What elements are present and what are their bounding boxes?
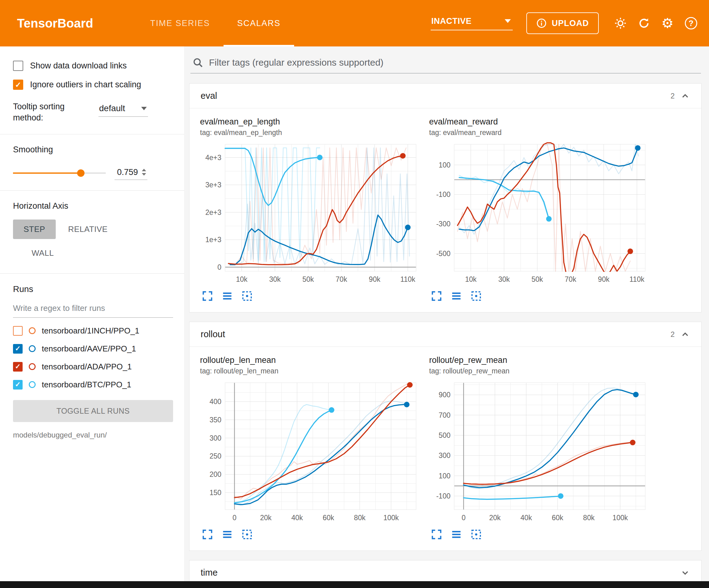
chevron-up-icon[interactable] [680,329,690,339]
run-color-circle [29,327,35,334]
svg-text:3e+3: 3e+3 [205,181,221,189]
svg-text:500: 500 [439,431,450,439]
tensorboard-app: TensorBoard TIME SERIES SCALARS INACTIVE… [0,0,709,588]
brightness-icon[interactable] [611,17,630,29]
tab-scalars[interactable]: SCALARS [224,0,294,47]
expand-chart-icon[interactable] [431,290,442,302]
run-checkbox[interactable] [13,344,23,354]
axis-step-button[interactable]: STEP [13,220,56,239]
svg-text:20k: 20k [489,514,501,522]
svg-text:60k: 60k [552,514,563,522]
svg-text:100k: 100k [612,514,628,522]
smoothing-label: Smoothing [13,145,173,154]
expand-chart-icon[interactable] [202,290,213,302]
runs-heading: Runs [13,284,173,294]
axis-wall-button[interactable]: WALL [22,244,63,263]
line-chart-rollout-ep-len-mean[interactable]: 020k40k60k80k100k150200250300350400 [199,378,422,524]
svg-text:0: 0 [462,514,466,522]
fit-domain-icon[interactable] [241,290,253,302]
run-label: tensorboard/1INCH/PPO_1 [42,326,139,336]
section-card-rollout: rollout 2 rollout/ep_len_mean tag: rollo… [189,322,702,551]
svg-text:700: 700 [439,411,450,419]
line-chart-eval-mean-reward[interactable]: 10k30k50k70k90k110k100-100-300-500 [428,140,651,285]
show-data-download-links-checkbox[interactable] [13,61,23,71]
svg-text:30k: 30k [498,275,510,283]
line-chart-eval-mean-ep-length[interactable]: 10k30k50k70k90k110k01e+32e+33e+34e+3 [199,140,422,285]
svg-text:80k: 80k [583,514,595,522]
svg-text:200: 200 [210,470,221,478]
ignore-outliers-checkbox[interactable] [13,80,23,90]
svg-text:300: 300 [210,434,221,442]
search-icon [192,57,203,68]
tooltip-sorting-dropdown[interactable]: default [99,102,148,117]
ignore-outliers-label: Ignore outliers in chart scaling [30,80,141,90]
run-checkbox[interactable] [13,380,23,389]
data-table-icon[interactable] [451,290,462,302]
section-header-eval[interactable]: eval 2 [189,84,701,108]
run-row-ada: tensorboard/ADA/PPO_1 [13,362,173,372]
svg-text:10k: 10k [465,275,477,283]
svg-text:40k: 40k [291,514,303,522]
data-table-icon[interactable] [222,529,233,540]
run-checkbox[interactable] [13,326,23,336]
help-icon[interactable]: ? [682,17,700,29]
fit-domain-icon[interactable] [471,290,482,302]
number-stepper[interactable] [142,169,146,176]
main-tabs: TIME SERIES SCALARS [136,0,294,47]
line-chart-rollout-ep-rew-mean[interactable]: 020k40k60k80k100k-100100300500700900 [428,378,651,524]
svg-text:50k: 50k [303,275,314,283]
svg-text:2e+3: 2e+3 [205,208,221,216]
expand-chart-icon[interactable] [202,529,213,540]
run-filter-input[interactable] [13,301,173,318]
data-table-icon[interactable] [222,290,233,302]
fit-domain-icon[interactable] [471,529,482,540]
run-checkbox[interactable] [13,362,23,372]
status-dropdown[interactable]: INACTIVE [431,17,513,30]
chevron-up-icon[interactable] [680,91,690,101]
svg-text:100k: 100k [383,514,399,522]
smoothing-slider[interactable] [13,173,106,174]
svg-text:4e+3: 4e+3 [205,154,221,162]
axis-relative-button[interactable]: RELATIVE [59,220,117,239]
chart-title: eval/mean_ep_length [200,117,423,127]
app-header: TensorBoard TIME SERIES SCALARS INACTIVE… [0,0,709,47]
tooltip-sorting-label: Tooltip sorting method: [13,101,90,124]
section-header-time[interactable]: time [189,560,701,581]
chart-tag: tag: eval/mean_reward [429,128,652,137]
slider-handle[interactable] [77,169,84,177]
run-row-btc: tensorboard/BTC/PPO_1 [13,380,173,389]
chart-card-eval-mean-reward: eval/mean_reward tag: eval/mean_reward 1… [428,115,652,302]
expand-chart-icon[interactable] [431,529,442,540]
section-title: eval [201,91,217,101]
chevron-down-icon [141,107,147,110]
section-header-rollout[interactable]: rollout 2 [189,322,701,347]
run-row-1inch: tensorboard/1INCH/PPO_1 [13,326,173,336]
app-title: TensorBoard [17,17,93,30]
toggle-all-runs-button[interactable]: TOGGLE ALL RUNS [13,400,173,422]
dashboard-main: eval 2 eval/mean_ep_length tag: eval/mea… [185,47,709,581]
run-color-circle [29,345,35,352]
svg-text:400: 400 [210,398,221,406]
info-icon [536,18,547,28]
tooltip-sorting-value: default [99,103,125,113]
chart-title: rollout/ep_len_mean [200,355,423,365]
fit-domain-icon[interactable] [241,529,253,540]
chevron-down-icon [505,19,511,23]
chevron-down-icon[interactable] [680,568,690,578]
svg-text:0: 0 [217,263,221,271]
data-table-icon[interactable] [451,529,462,540]
settings-gear-icon[interactable]: ⚙ [658,17,677,30]
tab-time-series[interactable]: TIME SERIES [136,0,224,47]
tag-filter-input[interactable] [208,57,700,68]
upload-button[interactable]: UPLOAD [526,12,599,34]
refresh-icon[interactable] [635,17,653,29]
svg-text:30k: 30k [269,275,281,283]
chart-card-eval-mean-ep-length: eval/mean_ep_length tag: eval/mean_ep_le… [199,115,423,302]
slider-fill [13,173,81,174]
smoothing-value: 0.759 [117,168,138,177]
chart-count-badge: 2 [671,92,675,100]
svg-text:1e+3: 1e+3 [205,236,221,244]
svg-text:300: 300 [439,452,450,460]
smoothing-value-input[interactable]: 0.759 [114,166,148,180]
chart-title: eval/mean_reward [429,117,652,127]
